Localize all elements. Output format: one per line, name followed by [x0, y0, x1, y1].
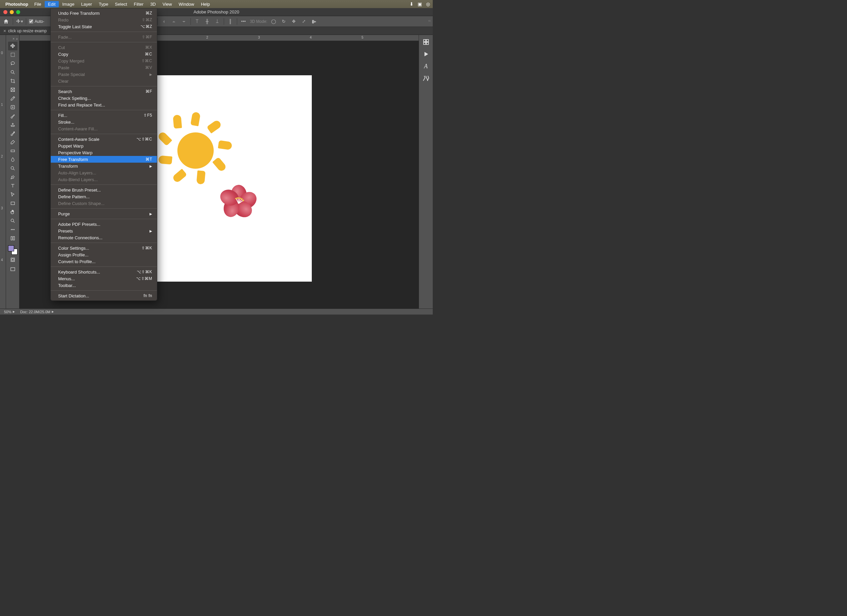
auto-select-checkbox[interactable]: Auto- — [29, 19, 44, 24]
align-top-icon[interactable]: ⟙ — [193, 18, 201, 25]
3d-pan-icon[interactable]: ✥ — [290, 18, 298, 25]
menu-filter[interactable]: Filter — [130, 1, 147, 7]
menu-view[interactable]: View — [159, 1, 176, 7]
path-select-tool[interactable] — [8, 190, 18, 199]
edit-menu-keyboard-shortcuts[interactable]: Keyboard Shortcuts...⌥⇧⌘K — [51, 269, 157, 275]
distribute-icon[interactable]: ║ — [227, 18, 234, 25]
hand-tool[interactable] — [8, 208, 18, 216]
crop-tool[interactable] — [8, 77, 18, 86]
menu-window[interactable]: Window — [176, 1, 198, 7]
quick-mask-icon[interactable] — [8, 256, 18, 264]
history-brush-tool[interactable] — [8, 129, 18, 138]
edit-menu-color-settings[interactable]: Color Settings...⇧⌘K — [51, 245, 157, 251]
menu-select[interactable]: Select — [112, 1, 130, 7]
screen-mode-icon[interactable] — [8, 265, 18, 273]
edit-menu-stroke[interactable]: Stroke... — [51, 119, 157, 126]
window-minimize-button[interactable] — [10, 10, 14, 14]
align-center-h-icon[interactable]: ⫠ — [170, 18, 178, 25]
edit-menu-check-spelling[interactable]: Check Spelling... — [51, 95, 157, 102]
toolbox-collapse-icon[interactable]: » — [16, 37, 18, 41]
doc-info[interactable]: Doc: 22.0M/25.0M ▶ — [20, 310, 54, 314]
blur-tool[interactable] — [8, 155, 18, 164]
edit-menu-free-transform[interactable]: Free Transform⌘T — [51, 156, 157, 162]
edit-menu-remote-connections[interactable]: Remote Connections... — [51, 234, 157, 241]
adjustments-icon[interactable] — [422, 75, 430, 82]
expand-panels-icon[interactable]: ‹‹ — [428, 18, 431, 22]
document-tab[interactable]: × click up resize examp — [0, 27, 50, 35]
edit-menu-find-and-replace-text[interactable]: Find and Replace Text... — [51, 102, 157, 108]
3d-camera-icon[interactable]: ▮▸ — [310, 18, 318, 25]
more-tools[interactable] — [8, 225, 18, 234]
edit-menu-define-pattern[interactable]: Define Pattern... — [51, 193, 157, 200]
display-icon[interactable]: ▣ — [418, 1, 422, 7]
edit-menu-fill[interactable]: Fill...⇧F5 — [51, 112, 157, 119]
zoom-tool[interactable] — [8, 216, 18, 225]
brush-tool[interactable] — [8, 112, 18, 120]
align-left-icon[interactable]: ⫞ — [160, 18, 168, 25]
quick-select-tool[interactable] — [8, 68, 18, 77]
edit-menu-assign-profile[interactable]: Assign Profile... — [51, 251, 157, 258]
play-icon[interactable] — [422, 50, 430, 58]
edit-menu-transform[interactable]: Transform▶ — [51, 162, 157, 169]
zoom-level[interactable]: 50% ▶ — [4, 310, 15, 314]
align-center-v-icon[interactable]: ╫ — [204, 18, 211, 25]
window-maximize-button[interactable] — [16, 10, 20, 14]
menu-help[interactable]: Help — [198, 1, 213, 7]
edit-menu-define-brush-preset[interactable]: Define Brush Preset... — [51, 186, 157, 193]
edit-menu-toolbar[interactable]: Toolbar... — [51, 282, 157, 289]
frame-tool[interactable] — [8, 86, 18, 94]
move-tool[interactable] — [8, 42, 18, 50]
edit-menu-content-aware-scale[interactable]: Content-Aware Scale⌥⇧⌘C — [51, 136, 157, 142]
close-tab-icon[interactable]: × — [3, 28, 6, 34]
dropbox-icon[interactable]: ⬇ — [410, 1, 413, 7]
edit-menu-puppet-warp[interactable]: Puppet Warp — [51, 142, 157, 149]
pen-tool[interactable] — [8, 173, 18, 182]
menu-layer[interactable]: Layer — [78, 1, 95, 7]
lasso-tool[interactable] — [8, 59, 18, 68]
edit-toolbar[interactable] — [8, 234, 18, 243]
menu-type[interactable]: Type — [95, 1, 112, 7]
window-close-button[interactable] — [3, 10, 7, 14]
eyedropper-tool[interactable] — [8, 94, 18, 103]
edit-menu-menus[interactable]: Menus...⌥⇧⌘M — [51, 275, 157, 282]
menu-file[interactable]: File — [31, 1, 45, 7]
menu-edit[interactable]: Edit — [45, 1, 59, 7]
healing-brush-tool[interactable] — [8, 103, 18, 112]
edit-menu-search[interactable]: Search⌘F — [51, 88, 157, 95]
menu-image[interactable]: Image — [59, 1, 78, 7]
toolbox-close-icon[interactable]: × — [13, 37, 15, 41]
dodge-tool[interactable] — [8, 164, 18, 173]
character-icon[interactable]: A — [422, 62, 430, 70]
canvas[interactable] — [157, 75, 312, 282]
edit-menu-purge[interactable]: Purge▶ — [51, 210, 157, 217]
3d-slide-icon[interactable]: ⤢ — [300, 18, 308, 25]
edit-menu-start-dictation[interactable]: Start Dictation...fn fn — [51, 292, 157, 299]
edit-menu-toggle-last-state[interactable]: Toggle Last State⌥⌘Z — [51, 23, 157, 30]
eraser-tool[interactable] — [8, 138, 18, 146]
properties-icon[interactable] — [422, 38, 430, 46]
rectangle-tool[interactable] — [8, 199, 18, 208]
align-bottom-icon[interactable]: ⟘ — [214, 18, 221, 25]
color-swatches[interactable] — [8, 245, 18, 255]
3d-orbit-icon[interactable]: ◯ — [270, 18, 277, 25]
edit-menu-adobe-pdf-presets[interactable]: Adobe PDF Presets... — [51, 221, 157, 227]
ruler-tick: 2 — [1, 155, 3, 158]
edit-menu-undo-free-transform[interactable]: Undo Free Transform⌘Z — [51, 10, 157, 16]
align-right-icon[interactable]: ⫟ — [180, 18, 188, 25]
menu-3d[interactable]: 3D — [147, 1, 159, 7]
edit-menu-convert-to-profile[interactable]: Convert to Profile... — [51, 258, 157, 265]
gradient-tool[interactable] — [8, 146, 18, 155]
cc-icon[interactable]: ◎ — [426, 1, 430, 7]
more-options-icon[interactable]: ••• — [240, 18, 247, 25]
3d-roll-icon[interactable]: ↻ — [280, 18, 288, 25]
edit-menu-presets[interactable]: Presets▶ — [51, 227, 157, 234]
marquee-tool[interactable] — [8, 50, 18, 59]
edit-menu-copy[interactable]: Copy⌘C — [51, 51, 157, 58]
type-tool[interactable] — [8, 182, 18, 190]
move-tool-icon[interactable]: ▾ — [16, 18, 23, 25]
foreground-color-swatch[interactable] — [8, 245, 14, 251]
home-button[interactable] — [2, 18, 10, 25]
edit-menu-perspective-warp[interactable]: Perspective Warp — [51, 149, 157, 156]
app-name[interactable]: Photoshop — [5, 1, 28, 7]
clone-stamp-tool[interactable] — [8, 120, 18, 129]
